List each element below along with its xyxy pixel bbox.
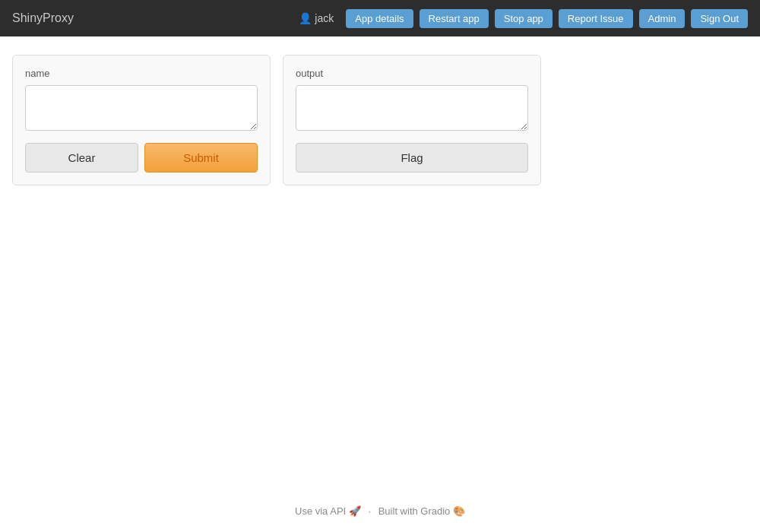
navbar-right: 👤 jack App details Restart app Stop app …	[299, 9, 748, 28]
footer-separator: ·	[368, 505, 371, 517]
input-buttons: Clear Submit	[25, 143, 258, 173]
built-text: Built with Gradio	[378, 505, 451, 517]
output-panel: output Flag	[283, 55, 541, 185]
restart-app-button[interactable]: Restart app	[420, 9, 489, 28]
footer: Use via API 🚀 · Built with Gradio 🎨	[0, 505, 760, 517]
app-details-button[interactable]: App details	[346, 9, 413, 28]
user-info: 👤 jack	[299, 12, 334, 24]
submit-button[interactable]: Submit	[144, 143, 258, 173]
input-panel: name Clear Submit	[12, 55, 271, 185]
report-issue-button[interactable]: Report Issue	[559, 9, 633, 28]
clear-button[interactable]: Clear	[25, 143, 138, 173]
name-input[interactable]	[25, 85, 258, 131]
built-icon: 🎨	[453, 505, 465, 517]
username: jack	[315, 12, 334, 24]
brand-title: ShinyProxy	[12, 11, 74, 25]
user-icon: 👤	[299, 12, 312, 24]
input-label: name	[25, 68, 258, 79]
flag-button[interactable]: Flag	[296, 143, 528, 173]
output-label: output	[296, 68, 528, 79]
sign-out-button[interactable]: Sign Out	[691, 9, 748, 28]
navbar: ShinyProxy 👤 jack App details Restart ap…	[0, 0, 760, 36]
api-text: Use via API	[295, 505, 346, 517]
admin-button[interactable]: Admin	[639, 9, 686, 28]
output-display[interactable]	[296, 85, 528, 131]
main-content: name Clear Submit output Flag	[0, 36, 760, 204]
api-icon: 🚀	[349, 505, 361, 517]
stop-app-button[interactable]: Stop app	[495, 9, 553, 28]
